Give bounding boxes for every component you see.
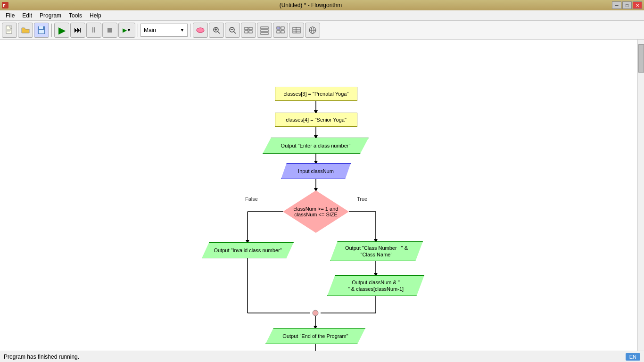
vertical-scrollbar[interactable] [637,40,644,351]
minimize-button[interactable]: ─ [612,1,621,9]
svg-rect-20 [249,31,252,33]
svg-rect-17 [245,27,248,30]
false-label: False [245,196,258,202]
window-title: (Untitled) * - Flowgorithm [9,2,612,8]
node-output-invalid[interactable]: Output "Invalid class number" [202,242,294,258]
scrollbar-thumb[interactable] [638,44,644,73]
menu-program[interactable]: Program [36,11,65,20]
node-decision[interactable]: classNum >= 1 andclassNum <= SIZE [283,190,349,233]
svg-rect-26 [277,31,280,33]
window-controls: ─ □ ✕ [612,1,642,9]
svg-rect-8 [39,30,44,33]
menu-help[interactable]: Help [86,11,105,20]
translate-button[interactable] [305,23,320,38]
main-area: False True classes[3] = "Prenatal Yoga" … [0,40,644,351]
toolbar: ▶ ⏭ ⏸ ⏹ ▶▼ Main ▼ [0,21,644,40]
run-button[interactable]: ▶ [54,23,69,38]
svg-rect-25 [281,27,284,29]
toolbar-sep3 [190,24,190,37]
true-label: True [357,196,367,202]
stop-button[interactable]: ⏹ [102,23,117,38]
node-assign3[interactable]: classes[3] = "Prenatal Yoga" [275,87,357,101]
menubar: File Edit Program Tools Help [0,10,644,21]
svg-rect-22 [261,30,268,32]
svg-rect-24 [277,27,280,29]
style-btn1[interactable] [193,23,208,38]
open-button[interactable] [18,23,33,38]
flowchart-canvas[interactable]: False True classes[3] = "Prenatal Yoga" … [0,40,637,351]
context-label: Main [144,27,156,33]
svg-rect-18 [245,31,248,33]
menu-edit[interactable]: Edit [18,11,36,20]
svg-text:F: F [3,3,6,8]
titlebar: F (Untitled) * - Flowgorithm ─ □ ✕ [0,0,644,10]
close-button[interactable]: ✕ [633,1,642,9]
svg-rect-21 [261,27,268,29]
svg-line-11 [218,32,220,33]
status-message: Program has finished running. [4,354,79,360]
style-btn5[interactable] [289,23,304,38]
style-btn4[interactable] [273,23,288,38]
menu-file[interactable]: File [2,11,18,20]
run-options-button[interactable]: ▶▼ [118,23,135,38]
language-badge: EN [626,353,640,361]
node-output-header[interactable]: Output "Class Number " &"Class Name" [330,241,423,261]
statusbar: Program has finished running. EN [0,351,644,362]
maximize-button[interactable]: □ [622,1,632,9]
zoom-out-button[interactable] [225,23,240,38]
app-icon: F [2,1,9,9]
svg-rect-23 [261,33,268,34]
node-output-end[interactable]: Output "End of the Program" [265,328,365,344]
toolbar-sep2 [138,24,138,37]
step-button[interactable]: ⏭ [70,23,85,38]
svg-rect-27 [281,31,284,33]
svg-rect-7 [39,26,43,29]
menu-tools[interactable]: Tools [65,11,86,20]
toolbar-sep1 [51,24,52,37]
new-button[interactable] [2,23,17,38]
node-output-enter[interactable]: Output "Enter a class number" [263,138,369,154]
style-btn3[interactable] [257,23,272,38]
svg-rect-28 [293,27,300,33]
svg-rect-19 [249,27,252,30]
node-assign4[interactable]: classes[4] = "Senior Yoga" [275,113,357,127]
context-dropdown[interactable]: Main ▼ [140,24,188,37]
pause-button[interactable]: ⏸ [86,23,101,38]
node-input-classnum[interactable]: Input classNum [281,163,351,179]
svg-rect-2 [6,26,12,33]
style-btn2[interactable] [241,23,256,38]
svg-point-9 [197,28,204,33]
node-output-data[interactable]: Output classNum & "" & classes[classNum-… [327,275,424,296]
svg-point-55 [313,310,318,316]
svg-line-15 [234,32,236,33]
save-button[interactable] [34,23,49,38]
dropdown-arrow: ▼ [180,28,184,33]
zoom-in-button[interactable] [209,23,224,38]
canvas-inner: False True classes[3] = "Prenatal Yoga" … [0,40,636,351]
